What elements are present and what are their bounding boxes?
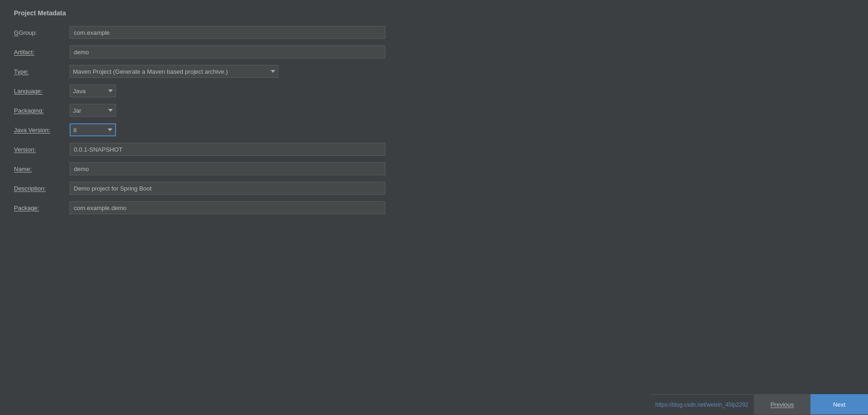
packaging-label: Packaging: <box>14 107 70 114</box>
bottom-bar: https://blog.csdn.net/weixin_45lp2292 Pr… <box>650 394 868 415</box>
package-label: Package: <box>14 204 70 211</box>
java-version-select[interactable]: 8 11 17 21 <box>70 123 116 136</box>
language-label: Language: <box>14 88 70 95</box>
main-container: Project Metadata GGroup: Artifact: Type:… <box>0 0 868 415</box>
language-row: Language: Java Kotlin Groovy <box>14 84 854 97</box>
section-title: Project Metadata <box>14 9 854 17</box>
package-input[interactable] <box>70 201 385 214</box>
artifact-row: Artifact: <box>14 45 854 58</box>
type-label: Type: <box>14 68 70 75</box>
url-bar: https://blog.csdn.net/weixin_45lp2292 <box>650 394 754 415</box>
group-label: GGroup: <box>14 29 70 36</box>
description-row: Description: <box>14 182 854 195</box>
language-select[interactable]: Java Kotlin Groovy <box>70 84 116 97</box>
previous-button[interactable]: Previous <box>754 394 810 415</box>
package-row: Package: <box>14 201 854 214</box>
name-label: Name: <box>14 166 70 172</box>
packaging-select[interactable]: Jar War <box>70 104 116 117</box>
artifact-input[interactable] <box>70 45 385 58</box>
java-version-label: Java Version: <box>14 127 70 134</box>
description-input[interactable] <box>70 182 385 195</box>
description-label: Description: <box>14 185 70 192</box>
version-label: Version: <box>14 146 70 153</box>
artifact-label: Artifact: <box>14 49 70 56</box>
java-version-row: Java Version: 8 11 17 21 <box>14 123 854 136</box>
group-row: GGroup: <box>14 26 854 39</box>
version-input[interactable] <box>70 143 385 156</box>
version-row: Version: <box>14 143 854 156</box>
next-button[interactable]: Next <box>810 394 868 415</box>
name-input[interactable] <box>70 162 385 175</box>
group-input[interactable] <box>70 26 385 39</box>
type-select[interactable]: Maven Project (Generate a Maven based pr… <box>70 65 279 78</box>
type-row: Type: Maven Project (Generate a Maven ba… <box>14 65 854 78</box>
name-row: Name: <box>14 162 854 175</box>
packaging-row: Packaging: Jar War <box>14 104 854 117</box>
